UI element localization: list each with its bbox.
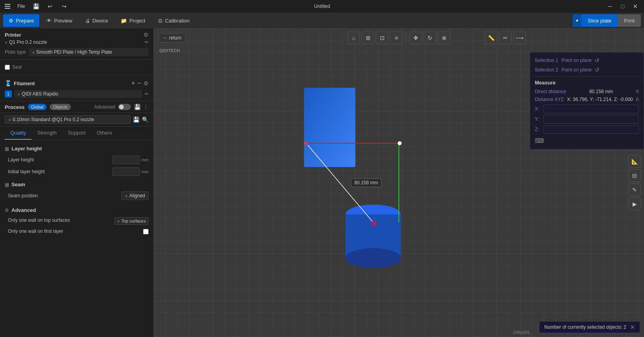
seal-checkbox[interactable]	[5, 65, 10, 70]
return-label: return	[169, 35, 181, 41]
seam-position-select[interactable]: ∨ Aligned	[121, 191, 149, 200]
tab-quality[interactable]: Quality	[5, 127, 32, 140]
cut-button[interactable]: ✂	[499, 32, 512, 44]
selection2: Selection 2 Point on plane ↺	[535, 67, 639, 73]
seam-group-header[interactable]: ▦ Seam	[5, 179, 149, 190]
preview-tab[interactable]: 👁 Preview	[41, 14, 78, 27]
printer-edit-icon[interactable]: ✏	[145, 39, 149, 45]
profile-icons: 💾 🔍	[133, 116, 149, 123]
initial-layer-height-value: 0.1 mm	[112, 167, 149, 176]
hamburger-menu[interactable]	[3, 2, 12, 10]
filament-select[interactable]: ∨ QIDI ABS Rapido	[14, 90, 142, 98]
viewport-logo: QIDITECH	[159, 48, 180, 53]
filament-remove-button[interactable]: −	[138, 80, 141, 87]
seam-position-value: Aligned	[129, 193, 145, 198]
return-button[interactable]: ← return	[158, 33, 186, 43]
one-wall-top-select[interactable]: ∨ Top surfaces	[114, 217, 149, 225]
advanced-group-header[interactable]: ⚙ Advanced	[5, 205, 149, 215]
toolbar-divider	[406, 32, 406, 43]
prepare-tab[interactable]: ⚙ Prepare	[3, 14, 39, 27]
right-toolbar: 📐 ⊟ ✎ ▶	[628, 155, 641, 210]
list-view-button[interactable]: ≡	[390, 32, 403, 44]
profile-row: ∨ 0.10mm Standard @Q1 Pro 0.2 nozzle 💾 🔍	[0, 113, 153, 127]
maximize-button[interactable]: □	[617, 2, 628, 10]
profile-search-icon[interactable]: 🔍	[142, 116, 149, 123]
z-coord-input[interactable]: -0.00	[543, 125, 639, 134]
process-options-icon[interactable]: ⋮	[143, 104, 149, 110]
filament-edit-icon[interactable]: ✏	[145, 91, 149, 97]
minimize-button[interactable]: ─	[605, 2, 616, 10]
y-coord-input[interactable]: -71.21	[543, 115, 639, 124]
prepare-icon: ⚙	[9, 18, 13, 24]
file-menu[interactable]: File	[15, 3, 27, 10]
selection2-refresh-icon[interactable]: ↺	[595, 67, 599, 73]
home-view-button[interactable]: ⌂	[348, 32, 360, 44]
close-button[interactable]: ✕	[630, 2, 641, 10]
tab-support[interactable]: Support	[62, 127, 91, 140]
measure-title: Measure	[535, 80, 639, 86]
tab-others[interactable]: Others	[91, 127, 117, 140]
keyboard-icon[interactable]: ⌨	[535, 137, 639, 144]
plate-type-value[interactable]: ∨ Smooth PEI Plate / High Temp Plate	[29, 48, 149, 56]
redo-button[interactable]: ↪	[59, 2, 70, 10]
right-tool-2[interactable]: ⊟	[628, 169, 641, 182]
expand-button[interactable]: ⟶	[513, 32, 526, 44]
seam-group-title: Seam	[11, 182, 25, 187]
undo-button[interactable]: ↩	[45, 2, 56, 10]
one-wall-top-label: Only one wall on top surfaces	[8, 217, 114, 224]
device-label: Device	[93, 18, 108, 24]
print-button[interactable]: Print	[618, 14, 641, 27]
project-tab[interactable]: 📁 Project	[115, 14, 151, 27]
calibration-tab[interactable]: ⚖ Calibration	[153, 14, 195, 27]
one-wall-first-checkbox[interactable]	[143, 229, 149, 234]
grid-view-button[interactable]: ⊞	[362, 32, 374, 44]
x-coord-input[interactable]: 36.80	[543, 105, 639, 113]
filament-settings-icon[interactable]: ⚙	[143, 80, 149, 86]
titlebar-controls: ─ □ ✕	[605, 2, 641, 10]
one-wall-top-chevron-icon: ∨	[117, 219, 120, 223]
layer-height-label: Layer height	[8, 157, 112, 163]
save-button[interactable]: 💾	[30, 2, 41, 10]
seal-row: Seal	[5, 63, 149, 71]
calibration-icon: ⚖	[158, 18, 163, 24]
tab-strength[interactable]: Strength	[32, 127, 62, 140]
layer-height-input[interactable]: 0.1	[112, 155, 140, 164]
selection2-row: Selection 2 Point on plane ↺	[535, 67, 639, 73]
profile-save-icon[interactable]: 💾	[133, 116, 140, 123]
top-right-toolbar: 📏 ✂ ⟶	[485, 32, 526, 44]
move-button[interactable]: ✥	[409, 32, 422, 44]
copy-direct-distance-icon[interactable]: ⎘	[636, 89, 639, 94]
right-tool-4[interactable]: ▶	[628, 198, 641, 210]
layer-height-group-header[interactable]: ▦ Layer height	[5, 143, 149, 154]
scale-button[interactable]: ⊕	[438, 32, 450, 44]
printer-settings-icon[interactable]: ⚙	[143, 32, 149, 38]
settings-tabs: Quality Strength Support Others	[0, 127, 153, 140]
global-tag[interactable]: Global	[28, 104, 47, 110]
right-tool-1[interactable]: 📐	[628, 155, 641, 168]
one-wall-first-row: Only one wall on first layer	[5, 227, 149, 236]
copy-distance-xyz-icon[interactable]: ⎘	[636, 97, 639, 102]
filament-row: 1 ∨ QIDI ABS Rapido ✏	[5, 90, 149, 98]
direct-distance-label: Direct distance	[535, 89, 566, 94]
main-area: Printer ⚙ ∨ Q1 Pro 0.2 nozzle ✏ Plate ty…	[0, 28, 644, 337]
distance-xyz-value: X: 36.796, Y: -71.214, Z: -0.000	[567, 97, 633, 102]
slice-dropdown[interactable]: ▼	[573, 14, 581, 27]
slice-plate-button[interactable]: Slice plate	[581, 14, 618, 27]
profile-select[interactable]: ∨ 0.10mm Standard @Q1 Pro 0.2 nozzle	[5, 115, 130, 124]
viewport[interactable]: ← return QIDITECH ⌂ ⊞ ⊡ ≡ ✥ ↻ ⊕ 📏 ✂ ⟶	[154, 28, 644, 337]
advanced-toggle[interactable]	[118, 104, 131, 110]
status-close-icon[interactable]: ✕	[630, 324, 635, 330]
filament-add-button[interactable]: +	[131, 80, 135, 87]
measure-icon-button[interactable]: 📏	[485, 32, 497, 44]
selection1-refresh-icon[interactable]: ↺	[595, 57, 599, 64]
right-tool-3[interactable]: ✎	[628, 183, 641, 196]
plate-type-chevron-icon: ∨	[32, 50, 35, 54]
device-tab[interactable]: 🖨 Device	[80, 14, 114, 27]
rotate-button[interactable]: ↻	[424, 32, 436, 44]
titlebar-left: File 💾 ↩ ↪	[3, 2, 70, 10]
direct-distance-value: 80.158 mm	[589, 89, 613, 94]
objects-tag[interactable]: Objects	[50, 104, 71, 110]
auto-view-button[interactable]: ⊡	[376, 32, 389, 44]
initial-layer-height-input[interactable]: 0.1	[112, 167, 140, 176]
process-save-icon[interactable]: 💾	[134, 104, 141, 110]
